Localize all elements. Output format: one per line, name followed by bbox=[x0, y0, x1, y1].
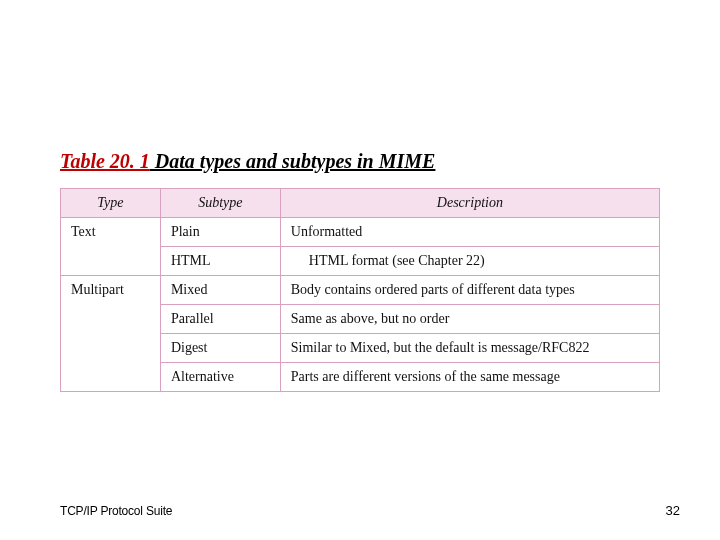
cell-description: Unformatted bbox=[280, 218, 659, 247]
header-subtype: Subtype bbox=[160, 189, 280, 218]
table-caption: Table 20. 1 Data types and subtypes in M… bbox=[60, 150, 435, 173]
table-row: TextPlainUnformatted bbox=[61, 218, 660, 247]
mime-table: Type Subtype Description TextPlainUnform… bbox=[60, 188, 660, 392]
slide: Table 20. 1 Data types and subtypes in M… bbox=[0, 0, 720, 540]
cell-description: Parts are different versions of the same… bbox=[280, 363, 659, 392]
cell-type: Text bbox=[61, 218, 161, 276]
table-header-row: Type Subtype Description bbox=[61, 189, 660, 218]
cell-description: Similar to Mixed, but the default is mes… bbox=[280, 334, 659, 363]
cell-subtype: Parallel bbox=[160, 305, 280, 334]
table-body: TextPlainUnformattedHTMLHTML format (see… bbox=[61, 218, 660, 392]
table-number: Table 20. 1 bbox=[60, 150, 150, 172]
cell-subtype: Digest bbox=[160, 334, 280, 363]
header-type: Type bbox=[61, 189, 161, 218]
header-description: Description bbox=[280, 189, 659, 218]
cell-type: Multipart bbox=[61, 276, 161, 392]
table-title: Data types and subtypes in MIME bbox=[150, 150, 436, 172]
table-row: MultipartMixedBody contains ordered part… bbox=[61, 276, 660, 305]
footer-text: TCP/IP Protocol Suite bbox=[60, 504, 172, 518]
cell-subtype: Alternative bbox=[160, 363, 280, 392]
cell-description: Body contains ordered parts of different… bbox=[280, 276, 659, 305]
cell-description: Same as above, but no order bbox=[280, 305, 659, 334]
cell-subtype: Plain bbox=[160, 218, 280, 247]
cell-subtype: Mixed bbox=[160, 276, 280, 305]
cell-description: HTML format (see Chapter 22) bbox=[280, 247, 659, 276]
page-number: 32 bbox=[666, 503, 680, 518]
cell-subtype: HTML bbox=[160, 247, 280, 276]
